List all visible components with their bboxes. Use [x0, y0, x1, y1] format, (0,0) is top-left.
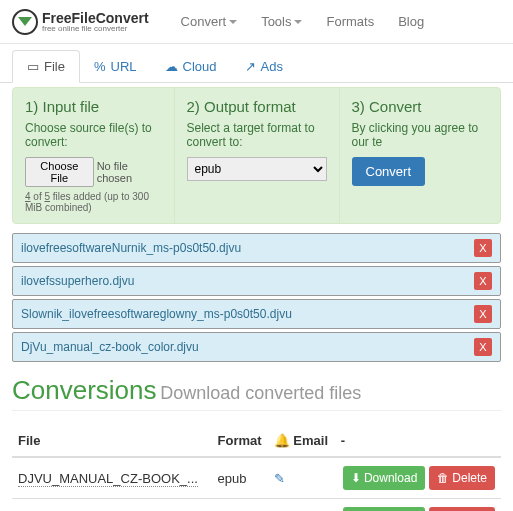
step1-title: 1) Input file	[25, 98, 162, 115]
choose-file-button[interactable]: Choose File	[25, 157, 94, 187]
step3-title: 3) Convert	[352, 98, 489, 115]
nav-tools[interactable]: Tools	[249, 6, 314, 37]
th-actions: -	[335, 425, 501, 457]
format-cell: epub	[212, 457, 269, 499]
file-count-note: 4 of 5 files added (up to 300 MiB combin…	[25, 191, 162, 213]
cloud-icon: ☁	[165, 59, 178, 74]
download-icon: ⬇	[351, 471, 361, 485]
delete-button[interactable]: 🗑 Delete	[429, 466, 495, 490]
file-name: ilovefssuperhero.djvu	[21, 274, 134, 288]
conversions-subtitle: Download converted files	[160, 383, 361, 403]
file-icon: ▭	[27, 59, 39, 74]
remove-file-button[interactable]: X	[474, 239, 492, 257]
ads-icon: ↗	[245, 59, 256, 74]
logo-icon	[12, 9, 38, 35]
nav-formats[interactable]: Formats	[314, 6, 386, 37]
step2-title: 2) Output format	[187, 98, 327, 115]
step3-desc: By clicking you agree to our te	[352, 121, 489, 149]
tab-file[interactable]: ▭File	[12, 50, 80, 83]
file-name: Slownik_ilovefreesoftwareglowny_ms-p0s0t…	[21, 307, 292, 321]
table-row: SILOWNIK_ILOVEFREESO...epub✎⬇ Download🗑 …	[12, 499, 501, 512]
remove-file-button[interactable]: X	[474, 272, 492, 290]
download-button[interactable]: ⬇ Download	[343, 507, 425, 511]
format-cell: epub	[212, 499, 269, 512]
logo[interactable]: FreeFileConvert free online file convert…	[12, 9, 149, 35]
url-icon: %	[94, 59, 106, 74]
remove-file-button[interactable]: X	[474, 305, 492, 323]
table-row: DJVU_MANUAL_CZ-BOOK_...epub✎⬇ Download🗑 …	[12, 457, 501, 499]
file-link[interactable]: DJVU_MANUAL_CZ-BOOK_...	[18, 471, 198, 487]
nav-convert[interactable]: Convert	[169, 6, 250, 37]
nav-blog[interactable]: Blog	[386, 6, 436, 37]
uploaded-file-item: DjVu_manual_cz-book_color.djvuX	[12, 332, 501, 362]
th-email: 🔔Email	[268, 425, 335, 457]
file-name: DjVu_manual_cz-book_color.djvu	[21, 340, 199, 354]
tab-url[interactable]: %URL	[80, 50, 151, 82]
edit-email-icon[interactable]: ✎	[274, 471, 285, 486]
bell-icon: 🔔	[274, 433, 290, 448]
download-button[interactable]: ⬇ Download	[343, 466, 425, 490]
logo-tagline: free online file converter	[42, 25, 149, 33]
trash-icon: 🗑	[437, 471, 449, 485]
file-chosen-text: No file chosen	[97, 160, 162, 184]
tab-cloud[interactable]: ☁Cloud	[151, 50, 231, 82]
logo-name: FreeFileConvert	[42, 11, 149, 25]
convert-button[interactable]: Convert	[352, 157, 426, 186]
th-file: File	[12, 425, 212, 457]
format-select[interactable]: epub	[187, 157, 327, 181]
file-name: ilovefreesoftwareNurnik_ms-p0s0t50.djvu	[21, 241, 241, 255]
uploaded-file-item: Slownik_ilovefreesoftwareglowny_ms-p0s0t…	[12, 299, 501, 329]
step2-desc: Select a target format to convert to:	[187, 121, 327, 149]
uploaded-file-item: ilovefreesoftwareNurnik_ms-p0s0t50.djvuX	[12, 233, 501, 263]
uploaded-file-item: ilovefssuperhero.djvuX	[12, 266, 501, 296]
tab-ads[interactable]: ↗Ads	[231, 50, 297, 82]
caret-icon	[294, 20, 302, 24]
step1-desc: Choose source file(s) to convert:	[25, 121, 162, 149]
delete-button[interactable]: 🗑 Delete	[429, 507, 495, 511]
th-format: Format	[212, 425, 269, 457]
conversions-title: Conversions	[12, 375, 157, 405]
remove-file-button[interactable]: X	[474, 338, 492, 356]
caret-icon	[229, 20, 237, 24]
